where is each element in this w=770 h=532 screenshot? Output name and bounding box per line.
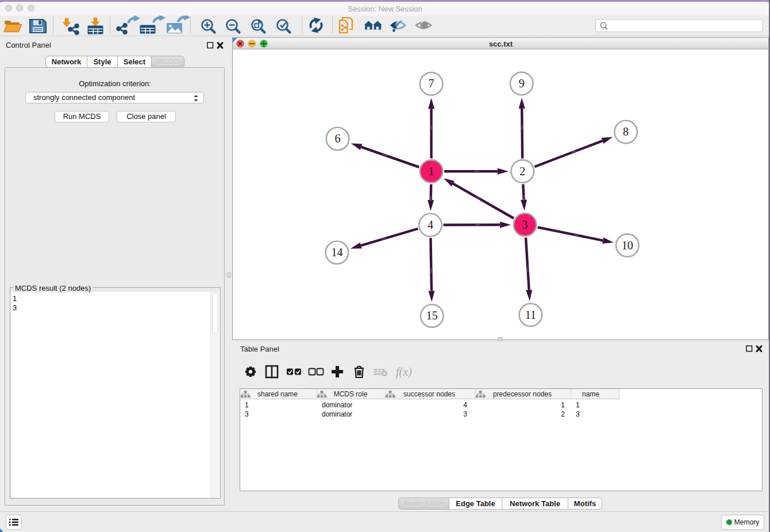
svg-text:6: 6 — [335, 132, 341, 145]
svg-text:11: 11 — [525, 309, 536, 321]
svg-text:15: 15 — [426, 309, 438, 322]
svg-text:10: 10 — [622, 239, 633, 252]
svg-text:f(x): f(x) — [396, 365, 412, 379]
svg-text:14: 14 — [331, 246, 342, 259]
svg-text:3: 3 — [522, 218, 528, 231]
svg-text:8: 8 — [623, 125, 629, 138]
svg-text:9: 9 — [519, 77, 525, 90]
svg-text:2: 2 — [519, 165, 525, 178]
svg-text:1: 1 — [429, 165, 434, 178]
svg-text:4: 4 — [428, 218, 433, 231]
svg-text:7: 7 — [429, 77, 434, 90]
